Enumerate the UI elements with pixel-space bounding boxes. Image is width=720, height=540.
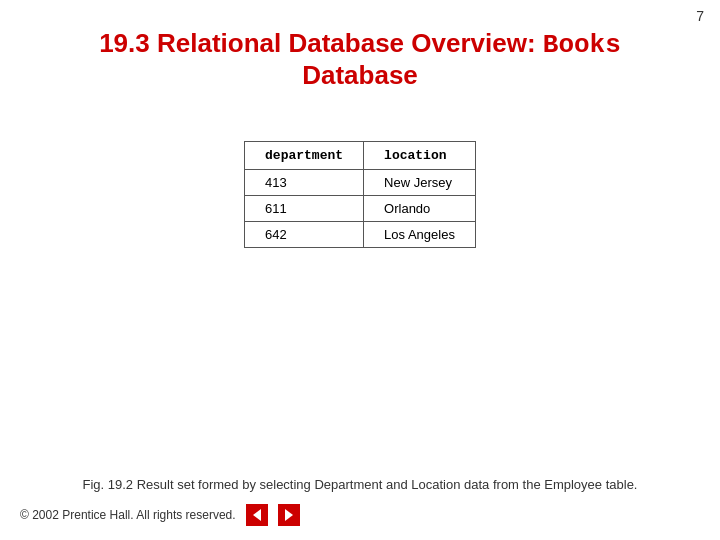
dept-413: 413	[245, 170, 364, 196]
slide-title: 19.3 Relational Database Overview: Books…	[0, 0, 720, 101]
col-header-location: location	[364, 142, 476, 170]
next-button[interactable]	[278, 504, 300, 526]
title-code: Books	[543, 30, 621, 60]
table-row: 642 Los Angeles	[245, 222, 476, 248]
copyright-text: © 2002 Prentice Hall. All rights reserve…	[20, 508, 236, 522]
figure-caption: Fig. 19.2 Result set formed by selecting…	[0, 477, 720, 492]
table-row: 611 Orlando	[245, 196, 476, 222]
table-row: 413 New Jersey	[245, 170, 476, 196]
table-container: department location 413 New Jersey 611 O…	[0, 101, 720, 248]
loc-los-angeles: Los Angeles	[364, 222, 476, 248]
loc-orlando: Orlando	[364, 196, 476, 222]
dept-611: 611	[245, 196, 364, 222]
prev-button[interactable]	[246, 504, 268, 526]
title-text-part2: Database	[302, 60, 418, 90]
col-header-department: department	[245, 142, 364, 170]
loc-new-jersey: New Jersey	[364, 170, 476, 196]
prev-arrow-icon	[253, 509, 261, 521]
department-location-table: department location 413 New Jersey 611 O…	[244, 141, 476, 248]
page-number: 7	[696, 8, 704, 24]
dept-642: 642	[245, 222, 364, 248]
table-header-row: department location	[245, 142, 476, 170]
title-text-part1: 19.3 Relational Database Overview:	[99, 28, 543, 58]
next-arrow-icon	[285, 509, 293, 521]
footer: © 2002 Prentice Hall. All rights reserve…	[20, 504, 300, 526]
